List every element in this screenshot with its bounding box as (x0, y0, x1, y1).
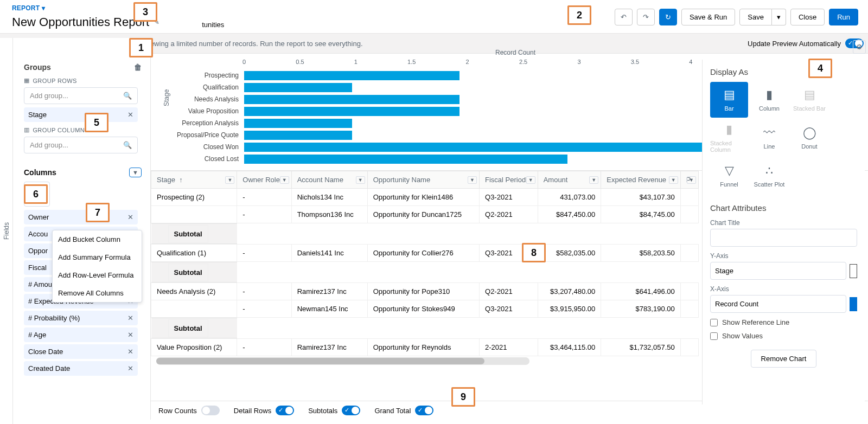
table-header[interactable]: Opportunity Name▼ (367, 171, 479, 189)
chevron-down-icon[interactable]: ▼ (687, 176, 696, 184)
show-values-checkbox[interactable]: Show Values (710, 332, 857, 340)
ref-line-checkbox[interactable]: Show Reference Line (710, 318, 857, 326)
chevron-down-icon[interactable]: ▼ (356, 176, 365, 184)
rows-icon: ▦ (24, 77, 29, 84)
subtotals-label: Subtotals (308, 407, 337, 415)
display-option-scatter-plot[interactable]: ∴Scatter Plot (750, 158, 788, 194)
xaxis-select[interactable] (710, 295, 846, 313)
redo-button[interactable]: ↷ (637, 9, 655, 25)
xtick: 0 (242, 59, 246, 65)
detail-rows-toggle[interactable]: ✓ (276, 406, 294, 415)
table-header[interactable]: Account Name▼ (291, 171, 367, 189)
add-group-cols-input[interactable]: Add group...🔍 (24, 137, 138, 153)
table-row: Qualification (1)-Daniels141 IncOpportun… (151, 245, 699, 262)
close-button[interactable]: Close (790, 9, 825, 25)
bar-label: Needs Analysis (174, 95, 244, 103)
table-row: Value Proposition (2)-Ramirez137 IncOppo… (151, 339, 699, 356)
table-header[interactable]: Amount▼ (538, 171, 601, 189)
grand-total-label: Grand Total (374, 407, 411, 415)
trash-icon[interactable]: 🗑 (134, 63, 142, 72)
display-option-stacked-column[interactable]: ▮Stacked Column (710, 120, 748, 156)
display-as-heading: Display As (710, 67, 857, 76)
menu-add-rowlevel[interactable]: Add Row-Level Formula (53, 266, 142, 284)
callout-9: 9 (451, 387, 475, 407)
menu-add-bucket[interactable]: Add Bucket Column (53, 230, 142, 248)
chevron-down-icon[interactable]: ▼ (280, 176, 289, 184)
display-option-donut[interactable]: ◯Donut (790, 120, 828, 156)
menu-add-summary[interactable]: Add Summary Formula (53, 248, 142, 266)
close-icon[interactable]: ✕ (127, 364, 133, 372)
report-type-label[interactable]: REPORT ▾ (12, 4, 227, 12)
row-counts-toggle[interactable] (201, 406, 220, 415)
run-button[interactable]: Run (829, 9, 858, 25)
chart-title-input[interactable] (710, 229, 857, 247)
table-header[interactable]: Expected Revenue▼ (601, 171, 680, 189)
display-option-bar[interactable]: ▤Bar (710, 82, 748, 118)
chart-attributes-heading: Chart Attributes (710, 203, 857, 213)
search-icon: 🔍 (123, 141, 132, 149)
table-header[interactable]: Stage ↑▼ (151, 171, 237, 189)
table-row: -Thompson136 IncOpportunity for Duncan17… (151, 206, 699, 223)
group-cols-label: ▥GROUP COLUMNS (24, 126, 142, 133)
report-table: Stage ↑▼Owner Role▼Account Name▼Opportun… (151, 171, 699, 356)
xtick: 1 (354, 59, 358, 65)
add-group-rows-input[interactable]: Add group...🔍 (24, 87, 138, 104)
chevron-down-icon[interactable]: ▼ (225, 176, 234, 184)
undo-button[interactable]: ↶ (615, 9, 633, 25)
remove-chart-button[interactable]: Remove Chart (751, 350, 817, 368)
chart-title-label: Chart Title (710, 219, 857, 227)
callout-3: 3 (133, 2, 157, 22)
close-icon[interactable]: ✕ (127, 331, 133, 339)
bar-label: Closed Lost (174, 155, 244, 163)
table-header[interactable]: P▼ (680, 171, 698, 189)
detail-rows-label: Detail Rows (234, 407, 271, 415)
columns-dropdown-trigger[interactable]: ▼ (129, 168, 142, 177)
save-button[interactable]: Save (739, 9, 772, 25)
report-object: tunities (199, 18, 227, 31)
display-option-funnel[interactable]: ▽Funnel (710, 158, 748, 194)
xaxis-swatch[interactable] (850, 297, 857, 311)
search-icon: 🔍 (123, 92, 132, 100)
close-icon[interactable]: ✕ (127, 111, 133, 119)
column-pill[interactable]: # Probability (%)✕ (24, 311, 138, 325)
chevron-down-icon[interactable]: ▼ (526, 176, 535, 184)
subtotals-toggle[interactable]: ✓ (342, 406, 360, 415)
chevron-down-icon[interactable]: ▼ (669, 176, 678, 184)
display-option-line[interactable]: 〰Line (750, 120, 788, 156)
callout-6: 6 (24, 184, 48, 204)
table-header[interactable]: Fiscal Period▼ (480, 171, 538, 189)
xtick: 3.5 (631, 59, 639, 65)
column-pill[interactable]: Close Date✕ (24, 344, 138, 359)
group-pill-stage[interactable]: Stage✕ (24, 107, 138, 122)
close-icon[interactable]: ✕ (127, 348, 133, 356)
report-title: New Opportunities Report (12, 15, 149, 29)
table-row: -Newman145 IncOpportunity for Stokes949Q… (151, 300, 699, 318)
column-pill[interactable]: Owner✕ (24, 210, 138, 224)
table-row: Needs Analysis (2)-Ramirez137 IncOpportu… (151, 283, 699, 300)
bar-label: Qualification (174, 83, 244, 91)
chevron-down-icon[interactable]: ▼ (468, 176, 477, 184)
menu-remove-all[interactable]: Remove All Columns (53, 284, 142, 302)
chart-type-icon: ▽ (725, 164, 734, 178)
xtick: 2.5 (519, 59, 527, 65)
yaxis-select[interactable] (710, 262, 846, 280)
chart-type-icon: ▮ (726, 123, 732, 137)
refresh-button[interactable]: ↻ (659, 9, 677, 25)
yaxis-swatch[interactable] (850, 264, 857, 278)
chevron-down-icon: ▾ (42, 4, 45, 12)
horizontal-scrollbar[interactable] (156, 357, 529, 365)
display-option-column[interactable]: ▮Column (750, 82, 788, 118)
display-option-stacked-bar[interactable]: ▤Stacked Bar (790, 82, 828, 118)
column-pill[interactable]: Created Date✕ (24, 361, 138, 376)
table-header[interactable]: Owner Role▼ (237, 171, 291, 189)
save-dropdown[interactable]: ▾ (772, 9, 786, 25)
grand-total-toggle[interactable]: ✓ (415, 406, 433, 415)
chevron-down-icon[interactable]: ▼ (589, 176, 598, 184)
fields-panel-toggle[interactable]: Fields (0, 38, 13, 424)
save-run-button[interactable]: Save & Run (681, 9, 735, 25)
column-pill[interactable]: # Age✕ (24, 327, 138, 342)
table-row: Subtotal (151, 262, 237, 282)
close-icon[interactable]: ✕ (127, 314, 133, 322)
chart-type-icon: ◯ (803, 126, 816, 140)
close-icon[interactable]: ✕ (127, 213, 133, 221)
